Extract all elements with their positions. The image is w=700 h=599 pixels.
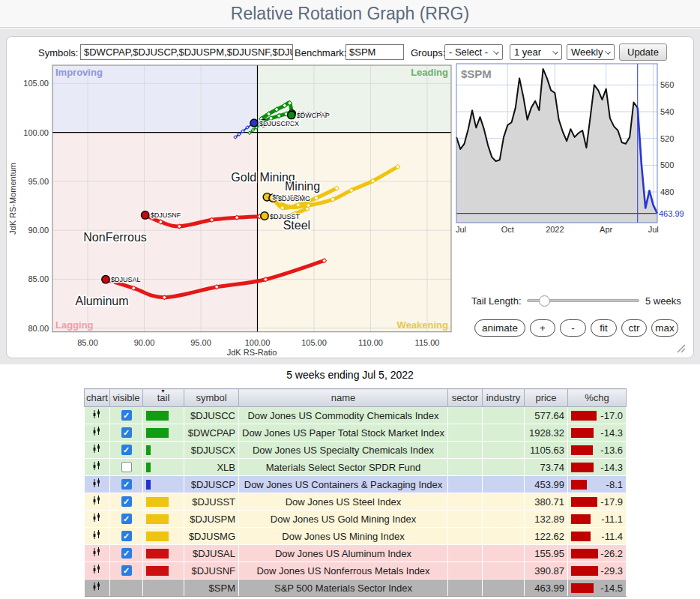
svg-text:520: 520	[660, 134, 674, 143]
chevron-down-icon	[605, 49, 611, 55]
column-header-tail[interactable]: tail▼	[143, 389, 184, 407]
cell-symbol: $DWCPAP	[184, 424, 239, 442]
groups-label: Groups:	[411, 47, 445, 58]
group-label: NonFerrous	[83, 231, 146, 244]
cell-price: 453.99	[525, 476, 568, 493]
visible-checkbox-$DJUSST[interactable]: ✓	[121, 496, 132, 507]
symbol-label-$DJUSST: $DJUSST	[270, 213, 301, 220]
cell-name: S&P 500 Materials Sector Index	[239, 580, 448, 597]
column-header-symbol[interactable]: symbol	[184, 389, 239, 407]
column-header-name[interactable]: name	[239, 389, 448, 407]
svg-text:105.00: 105.00	[301, 338, 327, 347]
ctr-button[interactable]: ctr	[621, 319, 647, 337]
cell-symbol: $DJUSCP	[184, 476, 239, 493]
chart-icon[interactable]	[91, 512, 102, 523]
chg-bar	[571, 566, 598, 576]
cell-price: 132.89	[525, 511, 568, 528]
chart-icon[interactable]	[91, 529, 102, 541]
animate-button[interactable]: animate	[474, 319, 525, 337]
cell-name: Dow Jones US Steel Index	[239, 493, 448, 511]
cell-industry	[483, 493, 525, 511]
rrg-panel: Symbols: $DWCPAP,$DJUSCP,$DJUSPM,$DJUSNF…	[6, 36, 694, 358]
fit-button[interactable]: fit	[591, 319, 617, 337]
cell-chg: -8.1	[568, 476, 627, 493]
group-label: Aluminum	[75, 295, 128, 307]
chg-bar	[571, 480, 587, 490]
cell-chg: -14.5	[568, 580, 627, 597]
cell-sector	[448, 459, 483, 476]
tail-swatch	[146, 532, 169, 541]
visible-checkbox-$DJUSPM[interactable]: ✓	[121, 514, 132, 524]
visible-checkbox-$DWCPAP[interactable]: ✓	[121, 427, 132, 438]
cell-sector	[448, 424, 483, 442]
head-$DJUSNF[interactable]	[142, 211, 149, 219]
visible-checkbox-$DJUSCC[interactable]: ✓	[121, 410, 132, 421]
cell-symbol: $SPM	[184, 580, 239, 597]
cell-industry	[483, 562, 525, 580]
visible-checkbox-XLB[interactable]	[121, 462, 132, 472]
chart-icon[interactable]	[91, 564, 102, 575]
column-header-visible[interactable]: visible	[110, 389, 143, 407]
column-header-industry[interactable]: industry	[483, 389, 525, 407]
chevron-down-icon	[552, 49, 558, 55]
quadrant-label-leading: Leading	[411, 67, 448, 78]
cell-symbol: $DJUSMG	[184, 528, 239, 545]
visible-checkbox-$DJUSNF[interactable]: ✓	[121, 565, 132, 576]
table-row-$DJUSCP: ✓$DJUSCPDow Jones US Containers & Packag…	[85, 476, 627, 493]
cell-symbol: $DJUSCX	[184, 442, 239, 459]
column-header-price[interactable]: price	[525, 389, 568, 407]
svg-text:115.00: 115.00	[415, 338, 440, 347]
svg-text:Jul: Jul	[648, 225, 659, 234]
page-title: Relative Rotation Graph (RRG)	[231, 4, 469, 24]
zoom-out-button[interactable]: -	[560, 319, 586, 337]
visible-checkbox-$DJUSCP[interactable]: ✓	[121, 479, 132, 490]
cell-sector	[448, 442, 483, 459]
tail-swatch	[146, 514, 169, 524]
cell-industry	[483, 511, 525, 528]
column-header-chart[interactable]: chart	[85, 389, 110, 407]
cell-sector	[448, 562, 483, 580]
cell-price: 155.95	[525, 545, 568, 562]
cell-price: 577.64	[525, 407, 568, 424]
head-$DJUSCP[interactable]	[250, 119, 258, 127]
column-header-sector[interactable]: sector	[448, 389, 483, 407]
chart-icon[interactable]	[91, 443, 102, 454]
rrg-chart[interactable]: ImprovingLeadingLaggingWeakening85.0090.…	[7, 58, 456, 359]
chg-bar	[571, 583, 594, 593]
chart-icon[interactable]	[91, 547, 102, 558]
symbol-label-$DWCPAP: $DWCPAP	[297, 112, 330, 119]
table-row-$DJUSCX: ✓$DJUSCXDow Jones US Specialty Chemicals…	[85, 442, 627, 459]
chart-icon[interactable]	[91, 495, 102, 506]
chart-icon[interactable]	[91, 478, 102, 489]
visible-checkbox-$DJUSAL[interactable]: ✓	[121, 548, 132, 559]
cell-name: Dow Jones US Mining Index	[239, 528, 448, 545]
chart-icon[interactable]	[91, 581, 102, 592]
visible-checkbox-$DJUSMG[interactable]: ✓	[121, 531, 132, 541]
last-price-label: 463.99	[659, 209, 684, 218]
svg-text:500: 500	[660, 160, 674, 169]
visible-checkbox-$DJUSCX[interactable]: ✓	[121, 445, 132, 455]
chg-bar	[571, 428, 594, 438]
column-header-chg[interactable]: %chg	[568, 389, 627, 407]
period-select[interactable]: 1 year	[510, 44, 562, 60]
head-$DWCPAP[interactable]	[288, 111, 295, 118]
interval-select[interactable]: Weekly	[567, 44, 615, 60]
cell-name: Dow Jones US Commodity Chemicals Index	[239, 407, 448, 424]
chg-bar	[571, 411, 597, 421]
cell-industry	[483, 459, 525, 476]
resize-handle[interactable]	[675, 342, 687, 354]
max-button[interactable]: max	[651, 319, 678, 337]
head-$DJUSAL[interactable]	[102, 276, 109, 283]
tail-length-slider-knob[interactable]	[539, 295, 550, 307]
tail-swatch	[146, 411, 169, 421]
head-$DJUSST[interactable]	[261, 212, 268, 220]
update-button[interactable]: Update	[619, 43, 667, 61]
cell-name: Dow Jones US Paper Total Stock Market In…	[239, 424, 448, 442]
chart-icon[interactable]	[91, 409, 102, 420]
zoom-in-button[interactable]: +	[530, 319, 555, 337]
cell-sector	[448, 528, 483, 545]
chart-icon[interactable]	[91, 426, 102, 437]
table-row-$DJUSAL: ✓$DJUSALDow Jones US Aluminum Index155.9…	[85, 545, 627, 562]
chart-icon[interactable]	[91, 460, 102, 472]
cell-price: 380.71	[525, 493, 568, 511]
